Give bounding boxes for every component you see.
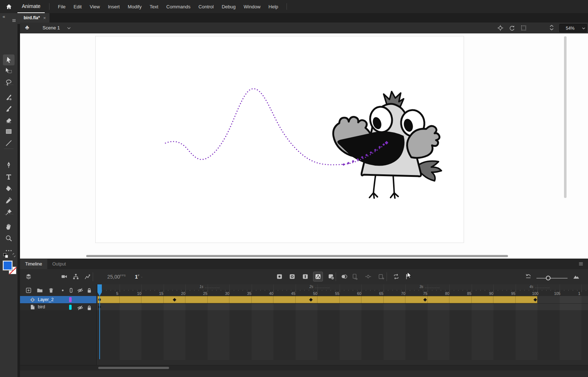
clip-content-icon[interactable]	[520, 25, 527, 31]
frame-tick	[410, 290, 410, 291]
scene-chevron-down-icon[interactable]	[67, 26, 71, 31]
pen-tool[interactable]	[3, 159, 15, 170]
bird-frames-row[interactable]	[97, 303, 588, 310]
lasso-tool[interactable]	[3, 77, 15, 88]
tools-divider	[4, 149, 13, 149]
show-parenting-icon[interactable]	[72, 273, 79, 280]
menu-file[interactable]: File	[54, 0, 69, 13]
tools-panel-menu-icon[interactable]	[12, 18, 16, 23]
lock-all-icon[interactable]	[86, 287, 93, 294]
home-button[interactable]	[0, 0, 17, 13]
seconds-grid-line	[273, 284, 274, 290]
eyedropper-tool[interactable]	[3, 195, 15, 206]
edit-multiple-frames-button[interactable]	[365, 273, 372, 280]
eraser-tool[interactable]	[3, 114, 15, 125]
frame-size-button[interactable]	[573, 273, 580, 280]
zoom-tool[interactable]	[3, 233, 15, 244]
reset-timeline-button[interactable]	[525, 273, 532, 280]
insert-frames-span-button[interactable]	[378, 273, 385, 280]
default-colors-icon[interactable]	[3, 253, 9, 259]
motion-tween-span[interactable]	[97, 296, 537, 303]
graph-editor-icon[interactable]	[84, 273, 91, 280]
paint-bucket-tool[interactable]	[3, 183, 15, 194]
insert-blank-keyframe-button[interactable]	[289, 273, 296, 280]
timeline-panel-menu-icon[interactable]	[578, 261, 584, 267]
app-name-tab[interactable]: Animate	[17, 0, 45, 13]
fps-value[interactable]: 25,00FPS	[107, 274, 126, 280]
frame-tick	[106, 290, 107, 291]
frame-tick	[542, 290, 542, 291]
new-folder-icon[interactable]	[36, 287, 43, 294]
menu-view[interactable]: View	[86, 0, 104, 13]
document-tab[interactable]: bird.fla* ×	[20, 13, 49, 23]
frame-number-ruler[interactable]: 5101520253035404550556065707580859095100…	[97, 290, 588, 296]
fluid-brush-tool[interactable]	[3, 92, 15, 103]
menu-text[interactable]: Text	[145, 0, 162, 13]
frames-area[interactable]: 1s2s3s4s 5101520253035404550556065707580…	[97, 284, 588, 365]
highlight-layers-icon[interactable]	[59, 287, 66, 294]
frame-view-slider-knob[interactable]	[546, 276, 551, 280]
add-camera-icon[interactable]	[61, 273, 68, 280]
canvas-horizontal-scrollbar[interactable]	[86, 255, 508, 257]
delete-layer-icon[interactable]	[48, 287, 55, 294]
menu-window[interactable]: Window	[240, 0, 264, 13]
menu-debug[interactable]: Debug	[218, 0, 240, 13]
selection-tool[interactable]	[3, 54, 15, 65]
motion-path[interactable]	[20, 33, 588, 259]
show-hide-all-icon[interactable]	[77, 287, 84, 294]
stage-canvas[interactable]	[20, 33, 588, 259]
layer-outline-color-swatch[interactable]	[69, 305, 72, 310]
tab-output[interactable]: Output	[47, 259, 71, 269]
frame-tick	[357, 290, 357, 291]
seconds-label: 2s	[309, 285, 313, 289]
canvas-vertical-scrollbar[interactable]	[564, 36, 567, 198]
layer-row-layer_2[interactable]: Layer_2	[20, 296, 96, 303]
asset-warp-tool[interactable]	[3, 207, 15, 218]
frame-view-slider-track[interactable]	[536, 278, 568, 279]
classic-brush-tool[interactable]	[3, 104, 15, 114]
frame-tick	[564, 290, 564, 291]
frame-tick	[216, 290, 217, 291]
layer-view-icon[interactable]	[25, 273, 32, 280]
zoom-dropdown-icon[interactable]	[580, 24, 587, 32]
layer-row-bird[interactable]: bird	[20, 303, 96, 310]
rectangle-tool[interactable]	[3, 126, 15, 137]
menu-modify[interactable]: Modify	[124, 0, 145, 13]
remove-frames-button[interactable]	[328, 273, 335, 280]
center-stage-icon[interactable]	[497, 25, 504, 31]
line-tool[interactable]	[3, 138, 15, 149]
frame-tick	[300, 290, 300, 291]
layer2-frames-row[interactable]	[97, 296, 588, 303]
close-tab-icon[interactable]: ×	[43, 16, 46, 20]
scene-name[interactable]: Scene 1	[43, 25, 60, 31]
layer-outline-color-swatch[interactable]	[69, 297, 72, 302]
menu-insert[interactable]: Insert	[104, 0, 124, 13]
outline-layers-icon[interactable]	[68, 287, 75, 294]
auto-keyframe-button[interactable]	[313, 272, 323, 281]
zoom-level-input[interactable]: 54%	[559, 24, 581, 32]
zoom-stepper[interactable]	[549, 24, 554, 32]
layer-name[interactable]: bird	[38, 304, 45, 309]
free-transform-tool[interactable]	[3, 65, 15, 76]
insert-keyframe-button[interactable]	[276, 273, 283, 280]
layer-name[interactable]: Layer_2	[38, 297, 53, 302]
insert-frame-button[interactable]	[302, 273, 309, 280]
rotate-stage-icon[interactable]	[509, 25, 515, 31]
scene-clapper-icon[interactable]: ♣	[25, 24, 29, 31]
collapse-panel-icon[interactable]: «	[3, 14, 4, 19]
loop-button[interactable]	[393, 273, 400, 280]
text-tool[interactable]	[3, 171, 15, 182]
onion-skin-outlines-button[interactable]	[352, 273, 359, 280]
menu-help[interactable]: Help	[264, 0, 282, 13]
menu-commands[interactable]: Commands	[162, 0, 194, 13]
swap-colors-icon[interactable]	[11, 252, 17, 258]
tab-timeline[interactable]: Timeline	[20, 259, 47, 269]
new-layer-icon[interactable]	[25, 287, 32, 294]
onion-skin-button[interactable]	[341, 273, 348, 280]
timeline-scrollbar-thumb[interactable]	[98, 367, 169, 369]
fill-color-chip[interactable]	[3, 261, 12, 270]
menu-edit[interactable]: Edit	[69, 0, 85, 13]
menu-control[interactable]: Control	[195, 0, 218, 13]
seconds-grid-line	[384, 284, 384, 290]
hand-tool[interactable]	[3, 221, 15, 232]
